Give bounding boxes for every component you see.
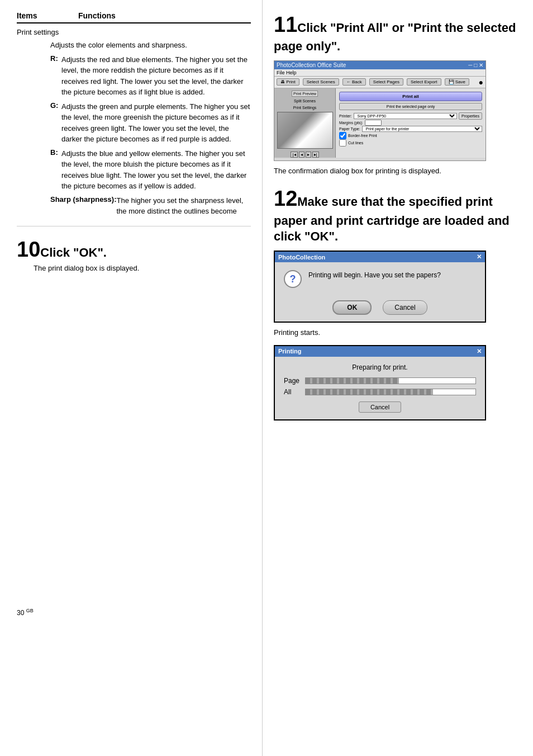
screenshot-left-panel: Print Preview Split Scenes Print Setting…	[274, 88, 336, 158]
cut-lines-label: Cut lines	[348, 141, 363, 145]
list-item: B: Adjusts the blue and yellow elements.…	[17, 148, 251, 192]
dialog-body: ? Printing will begin. Have you set the …	[275, 262, 485, 296]
step-12-section: 12Make sure that the specified print pap…	[274, 185, 522, 420]
all-progress-fill	[306, 389, 433, 395]
screenshot-print-dialog: PhotoCollection Office Suite ─ □ ✕ File …	[274, 60, 486, 161]
cut-lines-row: Cut lines	[339, 139, 482, 147]
screenshot-menubar: File Help	[274, 69, 486, 77]
margin-label: Margins (pts):	[339, 121, 363, 125]
table-header: Items Functions	[17, 11, 251, 23]
border-free-row: Border-free Print	[339, 132, 482, 139]
toolbar-back-btn[interactable]: ← Back	[342, 78, 366, 86]
step-12-number: 12	[274, 187, 297, 210]
screenshot-main-content: Print Preview Split Scenes Print Setting…	[274, 88, 486, 158]
printing-starts-label: Printing starts.	[274, 327, 522, 338]
printer-label: Printer:	[339, 114, 352, 118]
print-all-button[interactable]: Print all	[339, 92, 482, 101]
screenshot-nav-controls: |◂ ◂ ▸ ▸|	[291, 152, 318, 158]
right-column: 11Click "Print All" or "Print the select…	[263, 0, 533, 756]
section-divider	[17, 226, 251, 226]
page-progress-bar	[305, 377, 476, 384]
list-item: R: Adjusts the red and blue elements. Th…	[17, 54, 251, 98]
tab-print-settings: Print Settings	[292, 105, 318, 110]
dialog-buttons: OK Cancel	[275, 296, 485, 322]
page-progress-fill	[306, 378, 399, 384]
screenshot-titlebar: PhotoCollection Office Suite ─ □ ✕	[274, 61, 486, 69]
step-10-section: 10 Click "OK". The print dialog box is d…	[17, 238, 251, 272]
margin-row: Margins (pts):	[339, 120, 482, 126]
col-items-header: Items	[17, 11, 78, 20]
printing-dialog: Printing ✕ Preparing for print. Page All	[274, 345, 486, 420]
col-functions-header: Functions	[78, 11, 116, 20]
list-item: Sharp (sharpness): The higher you set th…	[17, 195, 251, 217]
section-title: Print settings	[17, 28, 251, 36]
step-11-heading: 11Click "Print All" or "Print the select…	[274, 11, 522, 55]
step-10-label: Click "OK".	[40, 245, 107, 260]
nav-first[interactable]: |◂	[291, 152, 297, 158]
printing-titlebar: Printing ✕	[275, 346, 485, 357]
paper-label: Paper Type:	[339, 127, 360, 131]
nav-next[interactable]: ▸	[306, 152, 311, 158]
step-12-heading: 12Make sure that the specified print pap…	[274, 185, 522, 245]
properties-btn[interactable]: Properties	[459, 112, 482, 120]
sony-logo: ●	[479, 78, 483, 87]
printing-status: Preparing for print.	[284, 363, 476, 371]
page-number: 30 GB	[17, 272, 251, 617]
item-text-b: Adjusts the blue and yellow elements. Th…	[61, 148, 251, 192]
left-column: Items Functions Print settings Adjusts t…	[0, 0, 263, 756]
nav-last[interactable]: ▸|	[312, 152, 319, 158]
item-text-r: Adjusts the red and blue elements. The h…	[61, 54, 251, 98]
item-label-r: R:	[50, 54, 61, 98]
paper-select[interactable]: Print paper for the printer	[362, 126, 482, 132]
border-free-checkbox[interactable]	[339, 132, 346, 139]
all-progress-bar	[305, 389, 476, 395]
photo-collection-dialog: PhotoCollection ✕ ? Printing will begin.…	[274, 251, 486, 323]
list-item: G: Adjusts the green and purple elements…	[17, 101, 251, 145]
step-10-description: The print dialog box is displayed.	[17, 264, 251, 272]
printer-select[interactable]: Sony DPP-FP50	[354, 113, 458, 119]
item-label-g: G:	[50, 101, 61, 145]
step-11-section: 11Click "Print All" or "Print the select…	[274, 11, 522, 176]
step-11-caption: The confirmation dialog box for printing…	[274, 166, 522, 177]
intro-text: Adjusts the color elements and sharpness…	[17, 40, 251, 51]
dialog-title: PhotoCollection	[278, 254, 325, 261]
printing-cancel-row: Cancel	[284, 401, 476, 413]
toolbar-select-export-btn[interactable]: Select Export	[407, 78, 441, 86]
item-text-sharp: The higher you set the sharpness level, …	[116, 195, 251, 217]
all-progress-row: All	[284, 388, 476, 396]
page-progress-row: Page	[284, 377, 476, 385]
screenshot-right-panel: Print all Print the selected page only P…	[336, 88, 486, 158]
printer-row: Printer: Sony DPP-FP50 Properties	[339, 112, 482, 120]
item-label-b: B:	[50, 148, 61, 192]
nav-prev[interactable]: ◂	[299, 152, 304, 158]
all-progress-label: All	[284, 388, 301, 396]
item-text-g: Adjusts the green and purple elements. T…	[61, 101, 251, 145]
printing-title: Printing	[278, 348, 302, 355]
tab-split-scenes: Split Scenes	[293, 98, 317, 103]
item-label-sharp: Sharp (sharpness):	[50, 195, 116, 217]
paper-row: Paper Type: Print paper for the printer	[339, 126, 482, 132]
screenshot-toolbar: 🖶 Print Select Scenes ← Back Select Page…	[274, 77, 486, 88]
photo-preview	[277, 112, 333, 149]
dialog-close-icon[interactable]: ✕	[477, 253, 482, 261]
dialog-titlebar: PhotoCollection ✕	[275, 252, 485, 262]
toolbar-select-btn[interactable]: Select Scenes	[303, 78, 339, 86]
printing-body: Preparing for print. Page All Cancel	[275, 357, 485, 419]
toolbar-print-btn[interactable]: 🖶 Print	[277, 78, 299, 86]
dialog-message: Printing will begin. Have you set the pa…	[308, 270, 441, 280]
toolbar-select-page-btn[interactable]: Select Pages	[369, 78, 403, 86]
step-11-number: 11	[274, 13, 297, 36]
page-progress-label: Page	[284, 377, 301, 385]
toolbar-save-btn[interactable]: 💾 Save	[445, 78, 469, 86]
printing-cancel-button[interactable]: Cancel	[359, 401, 401, 413]
cut-lines-checkbox[interactable]	[339, 139, 346, 147]
print-selected-button[interactable]: Print the selected page only	[339, 103, 482, 110]
border-free-label: Border-free Print	[348, 134, 377, 138]
dialog-question-icon: ?	[284, 270, 302, 288]
margin-input[interactable]	[365, 120, 382, 126]
step-10-number: 10	[17, 238, 40, 262]
dialog-cancel-button[interactable]: Cancel	[383, 300, 427, 315]
printing-close-icon[interactable]: ✕	[477, 348, 482, 355]
dialog-ok-button[interactable]: OK	[332, 300, 372, 315]
tab-print-preview: Print Preview	[292, 91, 318, 97]
